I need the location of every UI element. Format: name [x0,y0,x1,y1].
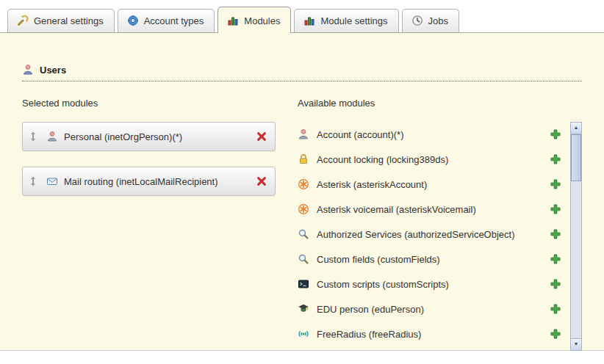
available-module-row: Asterisk (asteriskAccount) [298,172,566,197]
available-modules-column: Available modules Account (account)(*)Ac… [298,98,582,351]
asterisk-icon [298,203,309,215]
module-label: Asterisk (asteriskAccount) [317,179,542,190]
remove-module-button[interactable] [256,175,267,187]
add-module-button[interactable] [550,178,561,190]
module-label: Mail routing (inetLocalMailRecipient) [64,176,250,187]
bar-chart-icon [227,15,239,26]
tab-label: Modules [244,15,280,26]
scrollbar-track[interactable] [571,134,581,338]
available-modules-heading: Available modules [298,98,582,109]
add-module-button[interactable] [550,303,561,315]
module-label: Asterisk voicemail (asteriskVoicemail) [317,204,542,215]
magnifier-icon [298,228,309,240]
available-module-row: EDU person (eduPerson) [298,296,566,321]
tab-label: Jobs [428,15,448,26]
mail-icon [46,175,58,187]
drag-handle-icon[interactable] [29,131,37,142]
settings-content: Users Selected modules Personal (inetOrg… [0,32,604,351]
selected-module-row[interactable]: Personal (inetOrgPerson)(*) [22,122,276,151]
wrench-icon [17,15,29,26]
module-label: Personal (inetOrgPerson)(*) [64,131,250,142]
scrollbar[interactable]: ▲ ▼ [570,122,582,351]
add-module-button[interactable] [550,253,561,265]
scroll-down-button[interactable]: ▼ [571,338,581,350]
users-section-header: Users [22,33,582,81]
add-module-button[interactable] [550,128,561,140]
drag-handle-icon[interactable] [29,176,37,186]
tab-bar: General settingsAccount typesModulesModu… [0,0,604,32]
modules-columns: Selected modules Personal (inetOrgPerson… [22,98,582,351]
available-module-row: Authorized Services (authorizedServiceOb… [298,222,566,247]
add-module-button[interactable] [550,203,561,215]
tab-label: Module settings [320,15,387,26]
antenna-icon [298,328,309,340]
selected-modules-heading: Selected modules [22,98,298,109]
available-module-row: Custom fields (customFields) [298,247,566,272]
module-label: EDU person (eduPerson) [317,304,542,315]
person-icon [46,131,58,142]
module-label: Account locking (locking389ds) [317,154,542,165]
tab-module-settings[interactable]: Module settings [294,9,398,32]
scrollbar-thumb[interactable] [571,134,581,181]
module-label: Authorized Services (authorizedServiceOb… [317,229,542,240]
add-module-button[interactable] [550,278,561,290]
available-module-row: FreeRadius (freeRadius) [298,321,566,346]
clock-icon [411,15,423,26]
person-icon [298,128,309,140]
selected-modules-list: Personal (inetOrgPerson)(*)Mail routing … [22,122,298,196]
tab-general-settings[interactable]: General settings [7,9,115,32]
gear-badge-icon [127,15,139,26]
asterisk-icon [298,178,309,190]
selected-modules-column: Selected modules Personal (inetOrgPerson… [22,98,298,351]
tab-jobs[interactable]: Jobs [402,9,459,32]
add-module-button[interactable] [550,153,561,165]
module-label: FreeRadius (freeRadius) [317,329,542,340]
module-label: Custom scripts (customScripts) [317,279,542,290]
graduate-icon [298,303,309,315]
module-label: Custom fields (customFields) [317,254,542,265]
tab-label: Account types [144,15,204,26]
scroll-up-button[interactable]: ▲ [571,123,581,134]
tab-label: General settings [34,15,104,26]
selected-module-row[interactable]: Mail routing (inetLocalMailRecipient) [22,167,276,196]
available-modules-area: Account (account)(*)Account locking (loc… [298,122,582,351]
user-icon [22,64,34,76]
add-module-button[interactable] [550,328,561,340]
lock-icon [298,153,309,165]
available-module-row: Account locking (locking389ds) [298,147,566,172]
tab-modules[interactable]: Modules [217,7,291,33]
add-module-button[interactable] [550,228,561,240]
available-modules-list: Account (account)(*)Account locking (loc… [298,122,566,351]
section-title: Users [40,65,66,76]
remove-module-button[interactable] [256,131,267,142]
module-label: Account (account)(*) [317,129,542,140]
bar-chart-icon [303,15,315,26]
available-module-row: Custom scripts (customScripts) [298,272,566,296]
available-module-row: Asterisk voicemail (asteriskVoicemail) [298,197,566,222]
tab-account-types[interactable]: Account types [118,9,215,32]
available-module-row: Account (account)(*) [298,122,566,147]
terminal-icon [298,278,309,290]
magnifier-icon [298,253,309,265]
